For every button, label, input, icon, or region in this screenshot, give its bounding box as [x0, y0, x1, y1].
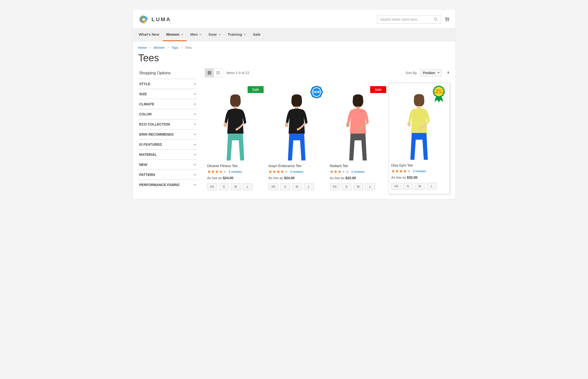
product-card[interactable]: BEST SELLER Diva Gym Tee 3 reviews As lo… — [389, 83, 450, 194]
view-list-button[interactable] — [214, 69, 223, 77]
search-button[interactable] — [433, 16, 439, 23]
svg-rect-23 — [218, 74, 220, 74]
svg-rect-9 — [208, 71, 209, 72]
filter-is-featured[interactable]: IS FEATURED — [138, 139, 197, 149]
chevron-down-icon — [193, 183, 196, 186]
svg-rect-22 — [218, 73, 220, 74]
swatch-l[interactable]: L — [304, 183, 314, 190]
product-name[interactable]: Radiant Tee — [330, 164, 386, 168]
chevron-down-icon — [193, 113, 196, 116]
breadcrumb-item: Tees — [185, 46, 192, 49]
swatch-xs[interactable]: XS — [269, 183, 278, 190]
search-box — [377, 15, 441, 24]
price: As low as $22.00 — [330, 176, 386, 180]
product-image[interactable]: Sale — [207, 84, 264, 160]
svg-point-8 — [448, 21, 449, 21]
svg-rect-11 — [210, 71, 211, 72]
swatch-s[interactable]: S — [219, 183, 229, 190]
filter-material[interactable]: MATERIAL — [138, 149, 197, 159]
nav-item-label: What's New — [139, 32, 159, 36]
svg-rect-12 — [208, 72, 209, 73]
sort-select[interactable]: Position — [420, 69, 442, 77]
nav-item-women[interactable]: Women — [163, 28, 187, 41]
filter-label: ERIN RECOMMENDS — [139, 132, 174, 136]
filter-erin-recommends[interactable]: ERIN RECOMMENDS — [138, 129, 197, 139]
size-swatches: XSSML — [391, 183, 447, 190]
sort-label: Sort By — [406, 71, 417, 75]
filter-style[interactable]: STYLE — [138, 79, 197, 89]
logo[interactable]: LUMA — [138, 14, 171, 25]
swatch-m[interactable]: M — [415, 183, 425, 190]
product-name[interactable]: Gwyn Endurance Tee — [269, 164, 325, 168]
product-name[interactable]: Diva Gym Tee — [391, 163, 447, 167]
filter-new[interactable]: NEW — [138, 159, 197, 170]
swatch-s[interactable]: S — [403, 183, 413, 190]
view-grid-button[interactable] — [205, 69, 214, 77]
nav-item-what-s-new[interactable]: What's New — [135, 28, 163, 41]
swatch-s[interactable]: S — [280, 183, 290, 190]
product-card[interactable]: Sale Radiant Tee 3 reviews As low as $22… — [327, 83, 389, 194]
product-image[interactable]: BEST SELLER — [391, 84, 447, 160]
filter-label: ECO COLLECTION — [139, 122, 170, 126]
rating-stars — [207, 170, 227, 174]
breadcrumb-item[interactable]: Home — [138, 46, 147, 49]
breadcrumb-separator — [149, 46, 151, 49]
swatch-l[interactable]: L — [427, 183, 437, 190]
arrow-up-icon — [446, 71, 450, 74]
product-image[interactable]: NEW — [269, 84, 325, 160]
filter-color[interactable]: COLOR — [138, 109, 197, 119]
filter-pattern[interactable]: PATTERN — [138, 170, 197, 180]
swatch-m[interactable]: M — [292, 183, 302, 190]
cart-icon — [445, 16, 450, 22]
sort-direction-button[interactable] — [446, 71, 450, 75]
swatch-m[interactable]: M — [353, 183, 363, 190]
filter-climate[interactable]: CLIMATE — [138, 99, 197, 109]
size-swatches: XSSML — [269, 183, 325, 190]
cart-button[interactable] — [445, 16, 450, 23]
new-badge: NEW — [310, 85, 323, 99]
chevron-down-icon — [181, 33, 183, 36]
logo-icon — [138, 14, 149, 25]
rating-stars — [391, 169, 411, 173]
nav-item-training[interactable]: Training — [224, 28, 249, 41]
product-card[interactable]: NEW Gwyn Endurance Tee 3 reviews As low … — [266, 83, 327, 194]
swatch-xs[interactable]: XS — [391, 183, 401, 190]
swatch-s[interactable]: S — [342, 183, 351, 190]
swatch-l[interactable]: L — [365, 183, 375, 190]
search-input[interactable] — [379, 16, 433, 23]
size-swatches: XSSML — [330, 183, 386, 190]
price: As low as $32.00 — [391, 175, 447, 179]
filter-performance-fabric[interactable]: PERFORMANCE FABRIC — [138, 180, 197, 190]
chevron-down-icon — [193, 103, 196, 106]
breadcrumb-item[interactable]: Tops — [172, 46, 178, 49]
chevron-down-icon — [218, 33, 221, 36]
rating-stars — [269, 170, 288, 174]
svg-point-4 — [142, 18, 145, 21]
filter-size[interactable]: SIZE — [138, 89, 197, 99]
product-card[interactable]: Sale Desiree Fitness Tee 3 reviews As lo… — [205, 83, 266, 194]
chevron-down-icon — [199, 33, 202, 36]
nav-item-label: Training — [228, 32, 242, 36]
svg-rect-16 — [209, 74, 210, 75]
nav-item-sale[interactable]: Sale — [250, 28, 264, 41]
nav-item-men[interactable]: Men — [187, 28, 205, 41]
swatch-xs[interactable]: XS — [330, 183, 340, 190]
reviews-link[interactable]: 3 reviews — [351, 170, 365, 174]
reviews-link[interactable]: 3 reviews — [229, 170, 242, 174]
chevron-down-icon — [193, 143, 196, 146]
filter-eco-collection[interactable]: ECO COLLECTION — [138, 119, 197, 129]
price: As low as $24.00 — [207, 176, 264, 180]
product-name[interactable]: Desiree Fitness Tee — [207, 164, 264, 168]
swatch-xs[interactable]: XS — [207, 183, 217, 190]
svg-rect-10 — [209, 71, 210, 72]
breadcrumb-item[interactable]: Women — [154, 46, 165, 49]
filter-label: SIZE — [139, 92, 147, 96]
swatch-m[interactable]: M — [231, 183, 241, 190]
svg-text:NEW: NEW — [313, 90, 320, 94]
product-image[interactable]: Sale — [330, 84, 386, 160]
reviews-link[interactable]: 3 reviews — [413, 169, 426, 173]
swatch-l[interactable]: L — [243, 183, 253, 190]
nav-item-gear[interactable]: Gear — [205, 28, 224, 41]
reviews-link[interactable]: 3 reviews — [290, 170, 303, 174]
svg-rect-21 — [217, 73, 218, 74]
